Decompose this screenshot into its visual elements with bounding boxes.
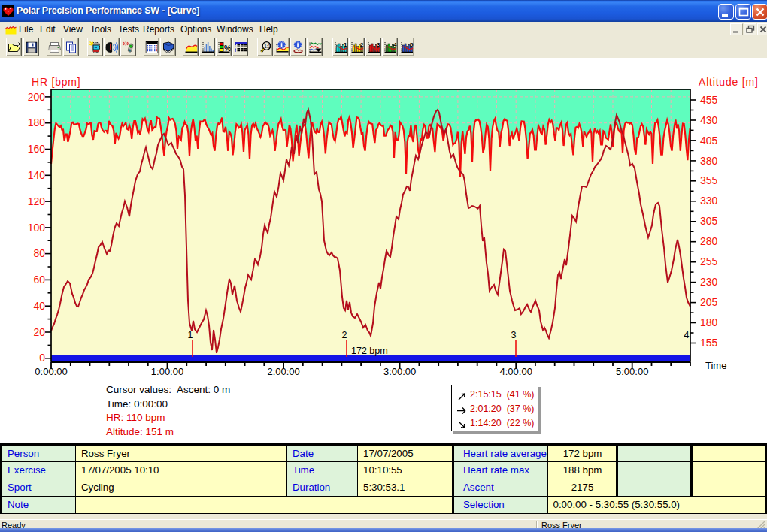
svg-text:280: 280 bbox=[700, 235, 718, 247]
svg-text:20: 20 bbox=[33, 326, 45, 338]
svg-text:40: 40 bbox=[33, 300, 45, 312]
svg-text:155: 155 bbox=[700, 337, 718, 349]
svg-text:430: 430 bbox=[700, 114, 718, 126]
svg-text:355: 355 bbox=[700, 174, 718, 186]
svg-text:230: 230 bbox=[700, 276, 718, 288]
svg-text:0: 0 bbox=[39, 352, 45, 364]
svg-text:80: 80 bbox=[33, 247, 45, 259]
svg-text:330: 330 bbox=[700, 195, 718, 207]
svg-text:455: 455 bbox=[700, 94, 718, 106]
svg-text:4: 4 bbox=[393, 41, 397, 48]
svg-text:2: 2 bbox=[360, 41, 364, 48]
svg-text:3: 3 bbox=[377, 41, 380, 48]
svg-text:255: 255 bbox=[700, 255, 718, 268]
svg-text:2: 2 bbox=[342, 330, 347, 340]
svg-text:100: 100 bbox=[28, 222, 46, 234]
svg-text:1: 1 bbox=[344, 41, 347, 48]
svg-text:200: 200 bbox=[28, 91, 46, 103]
svg-text:3:00:00: 3:00:00 bbox=[384, 366, 416, 377]
svg-text:5:00:00: 5:00:00 bbox=[616, 366, 648, 377]
svg-text:380: 380 bbox=[700, 155, 718, 167]
svg-text:5: 5 bbox=[410, 41, 414, 48]
svg-text:Altitude [m]: Altitude [m] bbox=[699, 76, 759, 88]
svg-text:3: 3 bbox=[511, 330, 517, 340]
svg-text:1:00:00: 1:00:00 bbox=[151, 366, 183, 377]
svg-text:120: 120 bbox=[28, 195, 46, 207]
svg-text:0:00:00: 0:00:00 bbox=[35, 366, 67, 377]
svg-text:60: 60 bbox=[33, 274, 45, 286]
svg-text:1:1: 1:1 bbox=[264, 43, 271, 48]
svg-text:160: 160 bbox=[28, 143, 46, 155]
svg-text:172 bpm: 172 bpm bbox=[351, 346, 388, 356]
svg-text:305: 305 bbox=[700, 215, 718, 227]
svg-text:405: 405 bbox=[700, 135, 718, 147]
svg-text:205: 205 bbox=[700, 296, 718, 308]
svg-text:%: % bbox=[224, 44, 231, 53]
svg-text:4:00:00: 4:00:00 bbox=[500, 366, 532, 377]
svg-text:1: 1 bbox=[188, 330, 193, 340]
svg-text:140: 140 bbox=[28, 169, 46, 181]
svg-text:Time: Time bbox=[705, 360, 726, 371]
svg-text:HR [bpm]: HR [bpm] bbox=[32, 76, 81, 88]
svg-text:2:00:00: 2:00:00 bbox=[267, 366, 299, 377]
svg-text:180: 180 bbox=[700, 316, 718, 328]
svg-text:4: 4 bbox=[684, 330, 690, 340]
svg-text:180: 180 bbox=[28, 116, 46, 128]
